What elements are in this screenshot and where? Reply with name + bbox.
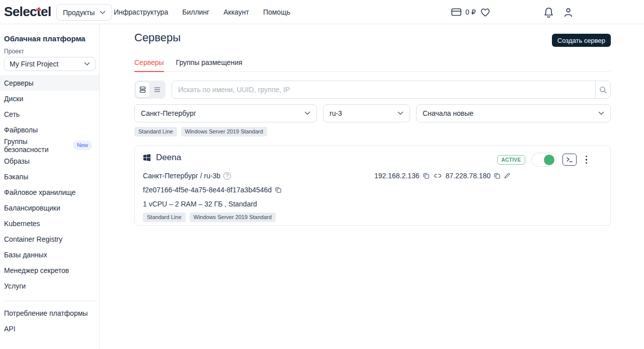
link-icon <box>434 173 442 179</box>
user-icon <box>564 7 573 18</box>
sidebar-item-security-groups[interactable]: Группы безопасности New <box>0 137 99 153</box>
sidebar-item-label: Диски <box>4 95 23 103</box>
project-select[interactable]: My First Project <box>4 57 96 71</box>
page: Selectel Продукты Инфраструктура Биллинг… <box>0 0 644 349</box>
sidebar-item-api[interactable]: API <box>0 321 99 336</box>
server-name[interactable]: Deena <box>156 153 181 163</box>
server-controls: ACTIVE <box>497 153 590 167</box>
server-tag: Standard Line <box>143 213 186 222</box>
chevron-down-icon <box>397 111 404 115</box>
sidebar-item-kubernetes[interactable]: Kubernetes <box>0 216 99 231</box>
toggle-knob <box>544 155 554 165</box>
search-icon <box>599 86 607 94</box>
sidebar-item-network[interactable]: Сеть <box>0 106 99 122</box>
sidebar-item-label: Kubernetes <box>4 220 40 228</box>
nav-link-help[interactable]: Помощь <box>263 8 290 16</box>
windows-os-icon <box>143 154 151 162</box>
sidebar-item-secrets-manager[interactable]: Менеджер секретов <box>0 262 99 278</box>
public-ip: 87.228.78.180 <box>446 172 491 180</box>
sidebar-item-label: Файрволы <box>4 126 38 134</box>
search-button[interactable] <box>595 81 610 98</box>
chevron-down-icon <box>100 11 106 15</box>
server-tags: Standard Line Windows Server 2019 Standa… <box>143 213 276 222</box>
copy-icon[interactable] <box>275 186 282 193</box>
server-name-row: Deena <box>143 153 181 163</box>
filter-chip[interactable]: Standard Line <box>134 127 177 136</box>
project-label: Проект <box>4 48 99 55</box>
sidebar-item-label: Услуги <box>4 282 26 290</box>
sidebar-item-firewalls[interactable]: Файрволы <box>0 122 99 137</box>
sidebar-item-platform-consumption[interactable]: Потребление платформы <box>0 305 99 321</box>
card-view-button[interactable] <box>136 82 149 97</box>
server-uuid-row: f2e07166-4f5e-4a75-8e44-8f17a3b4546d <box>143 186 282 194</box>
notifications-button[interactable] <box>544 0 553 24</box>
sidebar: Облачная платформа Проект My First Proje… <box>0 24 100 349</box>
account-button[interactable] <box>564 0 573 24</box>
sidebar-item-label: Потребление платформы <box>4 309 88 317</box>
terminal-icon <box>566 157 573 163</box>
tabs: Серверы Группы размещения <box>134 58 611 72</box>
sort-filter-value: Сначала новые <box>423 109 473 117</box>
sidebar-item-databases[interactable]: Базы данных <box>0 247 99 262</box>
copy-icon[interactable] <box>494 172 501 179</box>
sidebar-item-container-registry[interactable]: Container Registry <box>0 231 99 247</box>
more-options-button[interactable] <box>583 154 591 166</box>
chevron-down-icon <box>84 62 90 66</box>
sort-filter[interactable]: Сначала новые <box>416 104 611 122</box>
sidebar-title: Облачная платформа <box>4 34 99 43</box>
sidebar-item-backups[interactable]: Бэкапы <box>0 169 99 184</box>
filter-chip[interactable]: Windows Server 2019 Standard <box>181 127 267 136</box>
sidebar-item-label: Файловое хранилище <box>4 188 75 196</box>
credit-card-icon <box>451 8 461 16</box>
favorites-button[interactable] <box>480 0 491 24</box>
power-toggle[interactable] <box>531 153 556 167</box>
chevron-down-icon <box>598 111 604 115</box>
region-filter[interactable]: Санкт-Петербург <box>134 104 317 122</box>
new-badge: New <box>73 141 92 150</box>
create-server-button[interactable]: Создать сервер <box>552 34 611 47</box>
sidebar-item-label: Container Registry <box>4 235 62 243</box>
tab-placement-groups[interactable]: Группы размещения <box>176 58 243 72</box>
balance-amount: 0 ₽ <box>465 8 476 16</box>
help-icon[interactable]: ? <box>223 172 231 180</box>
pool-filter[interactable]: ru-3 <box>323 104 410 122</box>
copy-icon[interactable] <box>423 172 430 179</box>
server-tag: Windows Server 2019 Standard <box>190 213 276 222</box>
nav-link-infrastructure[interactable]: Инфраструктура <box>114 8 168 16</box>
sidebar-item-load-balancers[interactable]: Балансировщики <box>0 200 99 216</box>
console-button[interactable] <box>562 154 577 166</box>
server-uuid: f2e07166-4f5e-4a75-8e44-8f17a3b4546d <box>143 186 272 194</box>
sidebar-item-label: Серверы <box>4 79 34 87</box>
search-input[interactable] <box>172 86 595 94</box>
sidebar-item-disks[interactable]: Диски <box>0 91 99 106</box>
pool-filter-value: ru-3 <box>330 109 342 117</box>
sidebar-item-images[interactable]: Образы <box>0 153 99 169</box>
search-bar <box>172 81 611 99</box>
server-specs-row: 1 vCPU – 2 RAM – 32 ГБ , Standard <box>143 200 257 208</box>
sidebar-item-label: Менеджер секретов <box>4 266 69 274</box>
nav-link-billing[interactable]: Биллинг <box>182 8 209 16</box>
sidebar-item-services[interactable]: Услуги <box>0 278 99 294</box>
nav-link-account[interactable]: Аккаунт <box>223 8 249 16</box>
sidebar-item-label: Образы <box>4 157 30 165</box>
server-location: Санкт-Петербург / ru-3b <box>143 172 220 180</box>
list-view-button[interactable] <box>150 82 164 97</box>
products-menu-button[interactable]: Продукты <box>56 4 112 21</box>
edit-icon[interactable] <box>504 172 511 179</box>
tab-servers[interactable]: Серверы <box>134 58 164 72</box>
server-ip-row: 192.168.2.136 87.228.78.180 <box>374 172 511 180</box>
heart-icon <box>480 8 491 17</box>
active-filter-chips: Standard Line Windows Server 2019 Standa… <box>134 127 267 136</box>
balance-widget[interactable]: 0 ₽ <box>451 0 476 24</box>
selectel-logo[interactable]: Selectel <box>4 4 51 20</box>
sidebar-item-label: Группы безопасности <box>4 137 73 154</box>
page-title: Серверы <box>134 31 181 44</box>
sidebar-item-servers[interactable]: Серверы <box>0 75 99 91</box>
sidebar-item-label: API <box>4 325 16 333</box>
status-badge: ACTIVE <box>497 155 525 165</box>
region-filter-value: Санкт-Петербург <box>141 109 196 117</box>
project-select-value: My First Project <box>10 60 58 68</box>
sidebar-item-label: Сеть <box>4 110 20 118</box>
sidebar-item-label: Бэкапы <box>4 173 28 181</box>
sidebar-item-file-storage[interactable]: Файловое хранилище <box>0 184 99 200</box>
